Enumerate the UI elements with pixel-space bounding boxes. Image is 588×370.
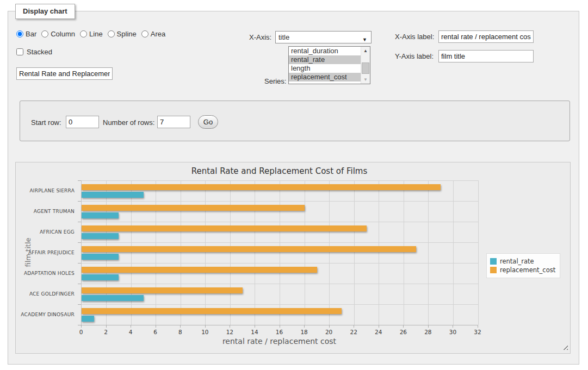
scrollbar-thumb[interactable] xyxy=(362,62,369,74)
bar-rental_rate[interactable] xyxy=(82,233,119,239)
legend-swatch xyxy=(490,258,497,265)
legend-item-rental_rate[interactable]: rental_rate xyxy=(490,258,555,265)
y-axis-tick xyxy=(78,284,81,284)
x-axis-tick xyxy=(255,325,255,328)
gridline xyxy=(106,180,107,325)
num-rows-input[interactable] xyxy=(157,116,190,128)
category-label: AFRICAN EGG xyxy=(16,222,78,242)
x-axis-tick xyxy=(354,325,354,328)
x-axis-tick xyxy=(205,325,206,328)
x-tick-label: 18 xyxy=(296,329,312,335)
x-axis-tick xyxy=(453,325,453,328)
x-axis-tick xyxy=(478,325,478,328)
gridline xyxy=(82,304,478,305)
bar-replacement_cost[interactable] xyxy=(82,205,305,211)
series-option-rental_duration[interactable]: rental_duration xyxy=(289,47,361,55)
x-axis-tick xyxy=(106,325,107,328)
bar-rental_rate[interactable] xyxy=(82,212,119,218)
scroll-down-icon[interactable]: ▼ xyxy=(361,76,370,84)
radio-label: Area xyxy=(151,30,165,38)
chart-type-option-column[interactable]: Column xyxy=(41,30,75,38)
bar-replacement_cost[interactable] xyxy=(82,308,342,314)
y-axis-tick xyxy=(78,304,81,305)
y-axis-tick xyxy=(78,201,81,202)
start-row-input[interactable] xyxy=(66,116,99,128)
bar-rental_rate[interactable] xyxy=(82,254,119,260)
x-tick-label: 16 xyxy=(271,329,288,335)
x-axis-select[interactable]: title ▼ xyxy=(275,31,372,43)
gridline xyxy=(305,180,305,325)
stacked-checkbox-row[interactable]: Stacked xyxy=(16,48,52,56)
chart-type-radio-group: BarColumnLineSplineArea xyxy=(16,30,170,38)
x-axis-selected-option: title xyxy=(278,33,289,41)
x-axis-tick xyxy=(131,325,131,328)
chart-type-option-bar[interactable]: Bar xyxy=(16,30,36,38)
x-tick-label: 32 xyxy=(469,329,486,335)
gridline xyxy=(255,180,255,325)
category-label: AIRPLANE SIERRA xyxy=(16,180,78,201)
x-tick-label: 10 xyxy=(197,329,213,335)
x-tick-label: 20 xyxy=(321,329,337,335)
bar-replacement_cost[interactable] xyxy=(82,287,243,293)
x-axis-tick xyxy=(230,325,230,328)
bar-rental_rate[interactable] xyxy=(82,274,119,280)
series-option-replacement_cost[interactable]: replacement_cost xyxy=(289,73,361,81)
bar-replacement_cost[interactable] xyxy=(82,225,367,231)
chart-title-input[interactable] xyxy=(16,67,113,80)
resize-handle-icon[interactable] xyxy=(561,343,568,350)
chart-type-option-line[interactable]: Line xyxy=(80,30,103,38)
series-select-label: Series: xyxy=(264,77,286,85)
x-tick-label: 8 xyxy=(172,329,188,335)
category-axis-labels: AIRPLANE SIERRAAGENT TRUMANAFRICAN EGGAF… xyxy=(16,180,78,325)
y-axis-tick xyxy=(78,325,81,325)
radio-column[interactable] xyxy=(41,30,48,37)
bar-replacement_cost[interactable] xyxy=(82,246,416,252)
chart-legend: rental_ratereplacement_cost xyxy=(486,253,560,278)
bar-rental_rate[interactable] xyxy=(82,316,94,322)
y-axis-label-input[interactable] xyxy=(438,50,534,62)
x-axis-tick xyxy=(403,325,404,328)
gridline xyxy=(478,180,479,325)
legend-label: replacement_cost xyxy=(500,266,555,274)
bar-replacement_cost[interactable] xyxy=(82,267,317,273)
stacked-checkbox[interactable] xyxy=(16,48,23,55)
category-label: AGENT TRUMAN xyxy=(16,201,78,222)
category-label: ADAPTATION HOLES xyxy=(16,263,78,284)
series-listbox[interactable]: rental_durationrental_ratelengthreplacem… xyxy=(288,46,370,84)
legend-swatch xyxy=(490,267,497,273)
gridline xyxy=(280,180,280,325)
x-axis-tick xyxy=(329,325,330,328)
x-tick-label: 26 xyxy=(395,329,411,335)
series-option-length[interactable]: length xyxy=(289,64,361,73)
chart-type-option-spline[interactable]: Spline xyxy=(108,30,137,38)
bar-rental_rate[interactable] xyxy=(82,295,144,301)
listbox-scrollbar[interactable]: ▲ ▼ xyxy=(361,47,370,84)
y-axis-tick xyxy=(78,222,81,222)
x-axis-label-input[interactable] xyxy=(438,30,534,43)
y-axis-label-label: Y-Axis label: xyxy=(395,52,434,60)
page-title: Display chart xyxy=(15,4,75,19)
legend-item-replacement_cost[interactable]: replacement_cost xyxy=(490,266,555,274)
x-axis-tick xyxy=(156,325,156,328)
x-axis-tick xyxy=(280,325,280,328)
bar-replacement_cost[interactable] xyxy=(82,184,441,190)
go-button[interactable]: Go xyxy=(198,115,218,129)
radio-line[interactable] xyxy=(80,30,87,37)
radio-bar[interactable] xyxy=(16,30,23,37)
bar-rental_rate[interactable] xyxy=(82,192,144,198)
x-tick-label: 2 xyxy=(98,329,114,335)
x-axis-label-label: X-Axis label: xyxy=(395,33,434,41)
category-label: ACADEMY DINOSAUR xyxy=(16,304,78,325)
chart-type-option-area[interactable]: Area xyxy=(141,30,165,38)
radio-spline[interactable] xyxy=(108,30,115,37)
y-axis-tick xyxy=(78,180,81,181)
gridline xyxy=(181,180,181,325)
x-tick-label: 0 xyxy=(73,329,89,335)
scroll-up-icon[interactable]: ▲ xyxy=(361,47,370,55)
series-option-rental_rate[interactable]: rental_rate xyxy=(289,55,361,64)
x-tick-label: 30 xyxy=(444,329,461,335)
category-label: ACE GOLDFINGER xyxy=(16,284,78,304)
radio-label: Bar xyxy=(26,30,36,38)
gridline xyxy=(82,201,478,202)
radio-area[interactable] xyxy=(141,30,148,37)
